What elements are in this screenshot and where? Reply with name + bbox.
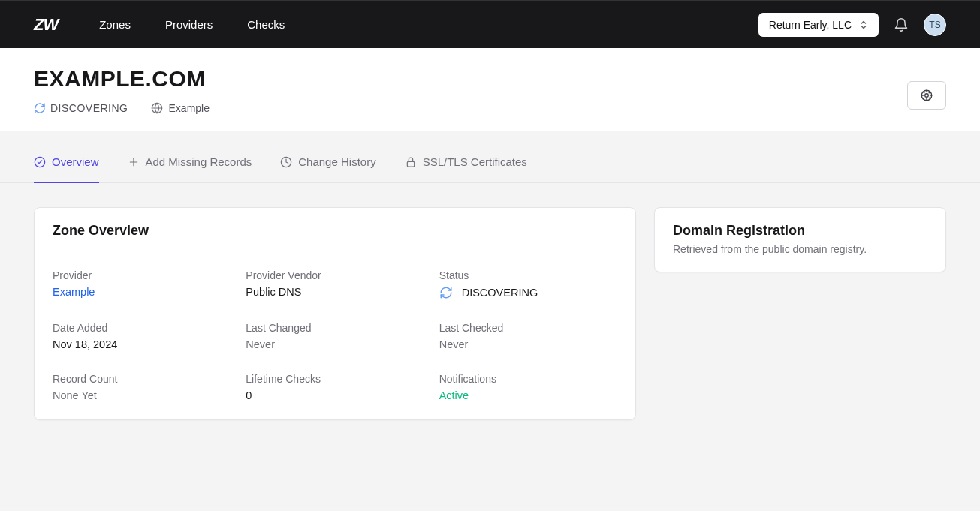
header-meta: DISCOVERING Example: [34, 102, 210, 114]
notifications-value: Active: [439, 389, 617, 401]
provider-value[interactable]: Example: [53, 286, 231, 298]
last-checked-value: Never: [439, 338, 617, 350]
zone-overview-card: Zone Overview Provider Example Provider …: [34, 207, 636, 420]
refresh-icon: [34, 102, 46, 114]
header-left: EXAMPLE.COM DISCOVERING: [34, 66, 210, 114]
plus-icon: [128, 156, 140, 168]
status-text: DISCOVERING: [462, 287, 538, 299]
svg-line-9: [929, 98, 930, 99]
clock-icon: [280, 156, 292, 168]
globe-icon: [151, 102, 163, 114]
tab-overview[interactable]: Overview: [34, 155, 99, 183]
field-notifications: Notifications Active: [439, 373, 617, 401]
record-count-label: Record Count: [53, 373, 231, 385]
last-changed-value: Never: [246, 338, 424, 350]
domain-registration-card: Domain Registration Retrieved from the p…: [654, 207, 946, 272]
svg-rect-16: [407, 161, 414, 167]
tab-add-label: Add Missing Records: [146, 155, 252, 168]
status-value: DISCOVERING: [439, 286, 617, 299]
tab-ssl-label: SSL/TLS Certificates: [423, 155, 527, 168]
vendor-label: Provider Vendor: [246, 269, 424, 281]
field-vendor: Provider Vendor Public DNS: [246, 269, 424, 299]
field-last-changed: Last Changed Never: [246, 322, 424, 350]
last-checked-label: Last Checked: [439, 322, 617, 334]
tabs: Overview Add Missing Records Change Hist…: [0, 155, 980, 183]
vendor-value: Public DNS: [246, 286, 424, 298]
zone-card-header: Zone Overview: [35, 208, 635, 254]
avatar[interactable]: TS: [924, 14, 946, 36]
tab-change-history[interactable]: Change History: [280, 155, 375, 183]
record-count-value: None Yet: [53, 389, 231, 401]
registration-title: Domain Registration: [673, 223, 927, 239]
gear-icon: [920, 89, 933, 102]
provider-label: Provider: [53, 269, 231, 281]
tab-overview-label: Overview: [52, 155, 99, 168]
main-content: Zone Overview Provider Example Provider …: [0, 183, 980, 444]
field-last-checked: Last Checked Never: [439, 322, 617, 350]
header-provider-text: Example: [169, 102, 210, 114]
svg-point-2: [925, 94, 929, 98]
check-circle-icon: [34, 156, 46, 168]
logo[interactable]: ZW: [34, 15, 58, 35]
svg-line-11: [929, 92, 930, 93]
date-added-label: Date Added: [53, 322, 231, 334]
refresh-icon: [439, 286, 453, 299]
svg-line-8: [923, 92, 924, 93]
tab-add-missing-records[interactable]: Add Missing Records: [128, 155, 252, 183]
lifetime-checks-value: 0: [246, 389, 424, 401]
provider-chip: Example: [151, 102, 210, 114]
last-changed-label: Last Changed: [246, 322, 424, 334]
field-provider: Provider Example: [53, 269, 231, 299]
org-selector[interactable]: Return Early, LLC: [758, 13, 879, 37]
date-added-value: Nov 18, 2024: [53, 338, 231, 350]
page-header: EXAMPLE.COM DISCOVERING: [0, 48, 980, 131]
field-status: Status DISCOVERING: [439, 269, 617, 299]
header-status-text: DISCOVERING: [50, 102, 128, 114]
registration-subtitle: Retrieved from the public domain registr…: [673, 243, 927, 255]
status-chip: DISCOVERING: [34, 102, 128, 114]
svg-line-10: [923, 98, 924, 99]
org-name: Return Early, LLC: [769, 19, 852, 31]
field-date-added: Date Added Nov 18, 2024: [53, 322, 231, 350]
zone-card-body: Provider Example Provider Vendor Public …: [35, 254, 635, 419]
tab-history-label: Change History: [298, 155, 375, 168]
status-label: Status: [439, 269, 617, 281]
zone-card-title: Zone Overview: [53, 223, 617, 239]
lifetime-checks-label: Lifetime Checks: [246, 373, 424, 385]
field-lifetime-checks: Lifetime Checks 0: [246, 373, 424, 401]
notifications-label: Notifications: [439, 373, 617, 385]
tab-ssl-certificates[interactable]: SSL/TLS Certificates: [405, 155, 527, 183]
bell-icon[interactable]: [894, 17, 909, 32]
lock-icon: [405, 156, 417, 168]
nav-links: Zones Providers Checks: [99, 18, 758, 31]
nav-checks[interactable]: Checks: [247, 18, 285, 31]
nav-providers[interactable]: Providers: [165, 18, 213, 31]
nav-zones[interactable]: Zones: [99, 18, 131, 31]
chevron-up-down-icon: [859, 20, 868, 30]
page-title: EXAMPLE.COM: [34, 66, 210, 92]
settings-button[interactable]: [907, 81, 946, 110]
field-record-count: Record Count None Yet: [53, 373, 231, 401]
top-navbar: ZW Zones Providers Checks Return Early, …: [0, 0, 980, 48]
navbar-right: Return Early, LLC TS: [758, 13, 946, 37]
